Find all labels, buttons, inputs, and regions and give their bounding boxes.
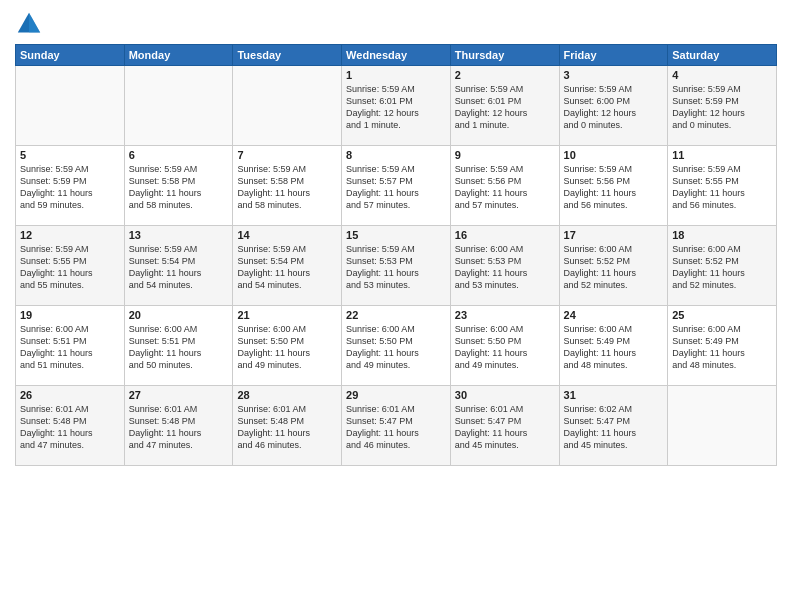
cell-info: Sunrise: 5:59 AM Sunset: 6:01 PM Dayligh… [455, 83, 555, 132]
calendar-cell: 8Sunrise: 5:59 AM Sunset: 5:57 PM Daylig… [342, 146, 451, 226]
calendar-cell: 1Sunrise: 5:59 AM Sunset: 6:01 PM Daylig… [342, 66, 451, 146]
cell-info: Sunrise: 6:00 AM Sunset: 5:53 PM Dayligh… [455, 243, 555, 292]
week-row-1: 1Sunrise: 5:59 AM Sunset: 6:01 PM Daylig… [16, 66, 777, 146]
cell-info: Sunrise: 6:02 AM Sunset: 5:47 PM Dayligh… [564, 403, 664, 452]
cell-info: Sunrise: 5:59 AM Sunset: 5:56 PM Dayligh… [564, 163, 664, 212]
day-number: 29 [346, 389, 446, 401]
calendar-cell [668, 386, 777, 466]
weekday-header-row: SundayMondayTuesdayWednesdayThursdayFrid… [16, 45, 777, 66]
calendar-cell: 11Sunrise: 5:59 AM Sunset: 5:55 PM Dayli… [668, 146, 777, 226]
calendar-cell: 28Sunrise: 6:01 AM Sunset: 5:48 PM Dayli… [233, 386, 342, 466]
cell-info: Sunrise: 6:01 AM Sunset: 5:48 PM Dayligh… [237, 403, 337, 452]
cell-info: Sunrise: 6:01 AM Sunset: 5:48 PM Dayligh… [129, 403, 229, 452]
day-number: 21 [237, 309, 337, 321]
day-number: 27 [129, 389, 229, 401]
calendar-cell: 7Sunrise: 5:59 AM Sunset: 5:58 PM Daylig… [233, 146, 342, 226]
calendar-cell: 17Sunrise: 6:00 AM Sunset: 5:52 PM Dayli… [559, 226, 668, 306]
day-number: 13 [129, 229, 229, 241]
day-number: 10 [564, 149, 664, 161]
calendar-cell: 6Sunrise: 5:59 AM Sunset: 5:58 PM Daylig… [124, 146, 233, 226]
day-number: 14 [237, 229, 337, 241]
day-number: 24 [564, 309, 664, 321]
day-number: 30 [455, 389, 555, 401]
logo [15, 10, 47, 38]
day-number: 2 [455, 69, 555, 81]
calendar-cell: 2Sunrise: 5:59 AM Sunset: 6:01 PM Daylig… [450, 66, 559, 146]
calendar-cell: 24Sunrise: 6:00 AM Sunset: 5:49 PM Dayli… [559, 306, 668, 386]
calendar-cell: 16Sunrise: 6:00 AM Sunset: 5:53 PM Dayli… [450, 226, 559, 306]
week-row-3: 12Sunrise: 5:59 AM Sunset: 5:55 PM Dayli… [16, 226, 777, 306]
day-number: 20 [129, 309, 229, 321]
day-number: 1 [346, 69, 446, 81]
weekday-header-friday: Friday [559, 45, 668, 66]
cell-info: Sunrise: 5:59 AM Sunset: 5:55 PM Dayligh… [20, 243, 120, 292]
day-number: 7 [237, 149, 337, 161]
calendar-cell: 25Sunrise: 6:00 AM Sunset: 5:49 PM Dayli… [668, 306, 777, 386]
cell-info: Sunrise: 5:59 AM Sunset: 5:56 PM Dayligh… [455, 163, 555, 212]
calendar-cell: 4Sunrise: 5:59 AM Sunset: 5:59 PM Daylig… [668, 66, 777, 146]
cell-info: Sunrise: 6:00 AM Sunset: 5:52 PM Dayligh… [564, 243, 664, 292]
cell-info: Sunrise: 6:00 AM Sunset: 5:49 PM Dayligh… [564, 323, 664, 372]
cell-info: Sunrise: 6:00 AM Sunset: 5:49 PM Dayligh… [672, 323, 772, 372]
cell-info: Sunrise: 6:00 AM Sunset: 5:51 PM Dayligh… [20, 323, 120, 372]
cell-info: Sunrise: 5:59 AM Sunset: 5:53 PM Dayligh… [346, 243, 446, 292]
calendar-cell: 19Sunrise: 6:00 AM Sunset: 5:51 PM Dayli… [16, 306, 125, 386]
svg-marker-1 [29, 13, 40, 33]
cell-info: Sunrise: 5:59 AM Sunset: 5:54 PM Dayligh… [237, 243, 337, 292]
header [15, 10, 777, 38]
day-number: 26 [20, 389, 120, 401]
cell-info: Sunrise: 5:59 AM Sunset: 6:00 PM Dayligh… [564, 83, 664, 132]
day-number: 16 [455, 229, 555, 241]
weekday-header-tuesday: Tuesday [233, 45, 342, 66]
day-number: 22 [346, 309, 446, 321]
day-number: 9 [455, 149, 555, 161]
week-row-5: 26Sunrise: 6:01 AM Sunset: 5:48 PM Dayli… [16, 386, 777, 466]
calendar-cell: 27Sunrise: 6:01 AM Sunset: 5:48 PM Dayli… [124, 386, 233, 466]
calendar-cell: 9Sunrise: 5:59 AM Sunset: 5:56 PM Daylig… [450, 146, 559, 226]
day-number: 18 [672, 229, 772, 241]
cell-info: Sunrise: 5:59 AM Sunset: 5:58 PM Dayligh… [237, 163, 337, 212]
cell-info: Sunrise: 5:59 AM Sunset: 5:57 PM Dayligh… [346, 163, 446, 212]
week-row-2: 5Sunrise: 5:59 AM Sunset: 5:59 PM Daylig… [16, 146, 777, 226]
calendar-cell: 5Sunrise: 5:59 AM Sunset: 5:59 PM Daylig… [16, 146, 125, 226]
weekday-header-sunday: Sunday [16, 45, 125, 66]
day-number: 11 [672, 149, 772, 161]
week-row-4: 19Sunrise: 6:00 AM Sunset: 5:51 PM Dayli… [16, 306, 777, 386]
cell-info: Sunrise: 6:00 AM Sunset: 5:50 PM Dayligh… [346, 323, 446, 372]
calendar-cell: 20Sunrise: 6:00 AM Sunset: 5:51 PM Dayli… [124, 306, 233, 386]
cell-info: Sunrise: 6:00 AM Sunset: 5:50 PM Dayligh… [237, 323, 337, 372]
day-number: 15 [346, 229, 446, 241]
logo-icon [15, 10, 43, 38]
day-number: 19 [20, 309, 120, 321]
calendar-cell: 15Sunrise: 5:59 AM Sunset: 5:53 PM Dayli… [342, 226, 451, 306]
calendar-table: SundayMondayTuesdayWednesdayThursdayFrid… [15, 44, 777, 466]
calendar-cell: 30Sunrise: 6:01 AM Sunset: 5:47 PM Dayli… [450, 386, 559, 466]
cell-info: Sunrise: 5:59 AM Sunset: 5:55 PM Dayligh… [672, 163, 772, 212]
cell-info: Sunrise: 5:59 AM Sunset: 5:54 PM Dayligh… [129, 243, 229, 292]
calendar-cell: 3Sunrise: 5:59 AM Sunset: 6:00 PM Daylig… [559, 66, 668, 146]
day-number: 31 [564, 389, 664, 401]
day-number: 6 [129, 149, 229, 161]
calendar-cell: 10Sunrise: 5:59 AM Sunset: 5:56 PM Dayli… [559, 146, 668, 226]
calendar-cell: 13Sunrise: 5:59 AM Sunset: 5:54 PM Dayli… [124, 226, 233, 306]
calendar-cell: 26Sunrise: 6:01 AM Sunset: 5:48 PM Dayli… [16, 386, 125, 466]
cell-info: Sunrise: 6:00 AM Sunset: 5:52 PM Dayligh… [672, 243, 772, 292]
day-number: 25 [672, 309, 772, 321]
cell-info: Sunrise: 6:00 AM Sunset: 5:51 PM Dayligh… [129, 323, 229, 372]
cell-info: Sunrise: 5:59 AM Sunset: 5:59 PM Dayligh… [20, 163, 120, 212]
calendar-cell [233, 66, 342, 146]
weekday-header-saturday: Saturday [668, 45, 777, 66]
cell-info: Sunrise: 6:01 AM Sunset: 5:47 PM Dayligh… [346, 403, 446, 452]
calendar-cell: 14Sunrise: 5:59 AM Sunset: 5:54 PM Dayli… [233, 226, 342, 306]
day-number: 23 [455, 309, 555, 321]
cell-info: Sunrise: 6:00 AM Sunset: 5:50 PM Dayligh… [455, 323, 555, 372]
calendar-cell: 23Sunrise: 6:00 AM Sunset: 5:50 PM Dayli… [450, 306, 559, 386]
calendar-cell: 21Sunrise: 6:00 AM Sunset: 5:50 PM Dayli… [233, 306, 342, 386]
calendar-cell [16, 66, 125, 146]
calendar-cell: 22Sunrise: 6:00 AM Sunset: 5:50 PM Dayli… [342, 306, 451, 386]
calendar-cell: 12Sunrise: 5:59 AM Sunset: 5:55 PM Dayli… [16, 226, 125, 306]
calendar-cell: 18Sunrise: 6:00 AM Sunset: 5:52 PM Dayli… [668, 226, 777, 306]
day-number: 12 [20, 229, 120, 241]
cell-info: Sunrise: 5:59 AM Sunset: 5:59 PM Dayligh… [672, 83, 772, 132]
calendar-cell: 31Sunrise: 6:02 AM Sunset: 5:47 PM Dayli… [559, 386, 668, 466]
